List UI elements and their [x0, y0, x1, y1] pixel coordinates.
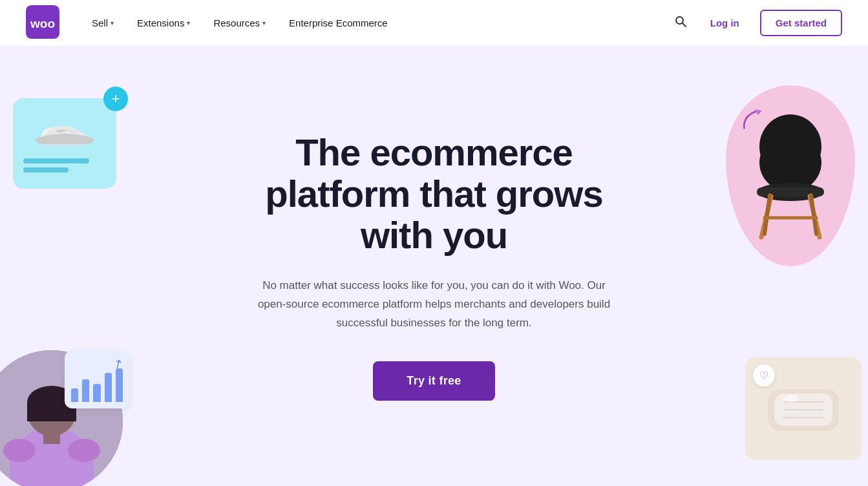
plus-circle-icon: +: [103, 87, 128, 111]
svg-point-12: [3, 439, 36, 462]
left-illustrations: +: [0, 47, 142, 486]
svg-line-21: [765, 195, 770, 234]
try-free-button[interactable]: Try it free: [373, 361, 494, 401]
cushion-svg: [761, 379, 845, 438]
svg-line-22: [811, 195, 816, 234]
shoe-illustration: [32, 114, 97, 151]
get-started-button[interactable]: Get started: [760, 10, 842, 36]
nav-item-enterprise[interactable]: Enterprise Ecommerce: [280, 12, 397, 34]
product-card-illustration: +: [13, 98, 116, 189]
chart-bar-4: [105, 373, 112, 403]
sell-chevron-icon: ▾: [111, 19, 114, 26]
heart-icon: ♡: [753, 364, 775, 386]
logo[interactable]: woo: [26, 5, 59, 41]
chart-bar-3: [93, 384, 100, 402]
nav-enterprise-label: Enterprise Ecommerce: [289, 17, 388, 28]
hero-subtitle: No matter what success looks like for yo…: [253, 277, 615, 333]
svg-point-29: [783, 395, 798, 403]
resources-chevron-icon: ▾: [262, 19, 266, 26]
hero-title: The ecommerce platform that grows with y…: [228, 132, 641, 255]
extensions-chevron-icon: ▾: [187, 19, 190, 26]
chair-illustration: [726, 85, 855, 266]
card-lines: [23, 158, 106, 173]
cushion-illustration: ♡: [745, 357, 862, 460]
svg-marker-14: [754, 107, 763, 116]
chart-arrow-icon: ↗: [111, 355, 126, 373]
chart-card-illustration: ↗: [65, 350, 129, 408]
card-line-1: [23, 158, 89, 164]
hero-content: The ecommerce platform that grows with y…: [215, 93, 654, 439]
svg-line-3: [682, 23, 686, 27]
nav-actions: Log in Get started: [672, 10, 842, 36]
right-illustrations: ♡: [661, 47, 868, 486]
navbar: woo Sell ▾ Extensions ▾ Resources ▾ Ente…: [0, 0, 868, 47]
svg-rect-18: [757, 187, 824, 196]
nav-resources-label: Resources: [213, 17, 260, 28]
hero-section: +: [0, 47, 868, 486]
nav-item-sell[interactable]: Sell ▾: [83, 12, 123, 34]
nav-extensions-label: Extensions: [137, 17, 184, 28]
chart-bar-1: [71, 388, 78, 402]
svg-text:woo: woo: [30, 17, 55, 30]
nav-links: Sell ▾ Extensions ▾ Resources ▾ Enterpri…: [83, 12, 672, 34]
nav-item-extensions[interactable]: Extensions ▾: [128, 12, 199, 34]
search-icon[interactable]: [672, 12, 690, 34]
svg-rect-11: [43, 431, 60, 444]
nav-item-resources[interactable]: Resources ▾: [204, 12, 275, 34]
svg-point-13: [68, 439, 100, 462]
nav-sell-label: Sell: [92, 17, 108, 28]
login-button[interactable]: Log in: [703, 12, 747, 34]
chart-bar-2: [82, 379, 89, 402]
chart-bar-5: [116, 368, 123, 403]
card-line-2: [23, 167, 69, 173]
